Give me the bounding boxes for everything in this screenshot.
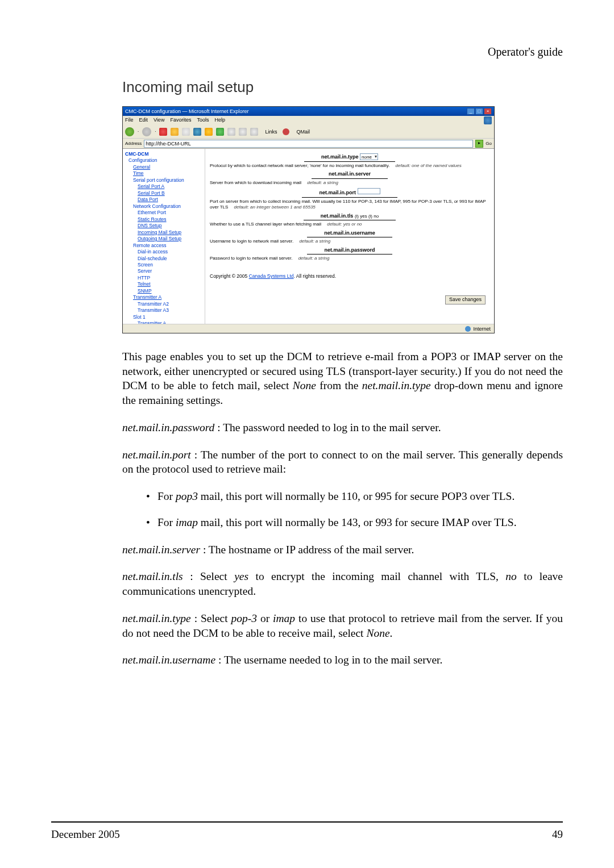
menu-tools[interactable]: Tools	[197, 117, 209, 124]
favorites-icon[interactable]	[205, 128, 213, 136]
footer-date: December 2005	[51, 828, 120, 841]
copyright-line: Copyright © 2005 Canada Systems Ltd. All…	[210, 273, 489, 279]
sidebar-item[interactable]: Serial port configuration	[125, 177, 204, 183]
setting-description: Whether to use a TLS channel layer when …	[210, 222, 489, 227]
close-icon[interactable]: ×	[484, 108, 492, 115]
sidebar-item[interactable]: Screen	[125, 262, 204, 268]
sidebar-item[interactable]: Dial-in access	[125, 249, 204, 255]
sidebar-item[interactable]: Network Configuration	[125, 203, 204, 210]
sidebar-item[interactable]: Configuration	[125, 157, 204, 164]
sidebar-item[interactable]: Time	[125, 170, 204, 177]
content-area: CMC-DCMConfigurationGeneralTimeSerial po…	[123, 149, 494, 324]
sidebar-item[interactable]: HTTP	[125, 275, 204, 281]
sidebar-item[interactable]: Dial-schedule	[125, 256, 204, 262]
sidebar-item[interactable]: Serial Port B	[125, 190, 204, 197]
text: mail, this port will normally be 110, or…	[198, 490, 515, 502]
sidebar-item[interactable]: CMC-DCM	[125, 151, 204, 157]
sidebar-item[interactable]: Incoming Mail Setup	[125, 229, 204, 236]
list-item: For imap mail, this port will normally b…	[146, 515, 563, 530]
text-em: None	[293, 379, 316, 391]
text: : The hostname or IP address of the mail…	[200, 544, 414, 556]
back-sep: ·	[138, 129, 139, 134]
mail-icon[interactable]	[227, 128, 235, 136]
toolbar-qmail[interactable]: QMail	[296, 129, 310, 135]
sidebar-item[interactable]: Outgoing Mail Setup	[125, 236, 204, 242]
status-zone: Internet	[473, 326, 491, 332]
text: to encrypt the incoming mail channel wit…	[248, 570, 505, 582]
print-icon[interactable]	[239, 128, 247, 136]
zone-icon	[465, 326, 471, 332]
menu-view[interactable]: View	[154, 117, 164, 124]
main-content: net.mail.in.type noneProtocol by which t…	[205, 149, 494, 324]
text-em: net.mail.in.username	[122, 654, 215, 666]
toolbar-links-label[interactable]: Links	[265, 129, 277, 135]
menu-favorites[interactable]: Favorites	[170, 117, 191, 124]
copyright-link[interactable]: Canada Systems Ltd	[249, 273, 294, 279]
go-button[interactable]: ▸	[475, 140, 483, 148]
sidebar-item[interactable]: Serial Port A	[125, 183, 204, 190]
setting-description: Server from which to download incoming m…	[210, 180, 489, 186]
edit-icon[interactable]	[250, 128, 258, 136]
save-button[interactable]: Save changes	[445, 295, 486, 304]
footer-rule	[51, 821, 563, 823]
menubar: File Edit View Favorites Tools Help	[123, 116, 494, 125]
fwd-sep: ·	[155, 129, 156, 134]
type-select[interactable]: none	[360, 153, 378, 160]
setting-description: Password to login to network mail server…	[210, 256, 489, 261]
menu-help[interactable]: Help	[214, 117, 225, 124]
address-input[interactable]: http://the-DCM-URL	[144, 140, 473, 148]
refresh-icon[interactable]	[171, 128, 179, 136]
text-em: net.mail.in.server	[122, 544, 200, 556]
text: .	[390, 627, 393, 639]
tls-paragraph: net.mail.in.tls : Select yes to encrypt …	[122, 569, 563, 598]
text-em: yes	[234, 570, 248, 582]
sidebar-item[interactable]: General	[125, 164, 204, 170]
text-em: net.mail.in.type	[362, 379, 431, 391]
page-footer: December 2005 49	[51, 828, 563, 841]
sidebar-item[interactable]: Transmitter A	[125, 294, 204, 301]
sidebar-item[interactable]: Static Routes	[125, 216, 204, 223]
setting-label: net.mail.in.server	[210, 171, 489, 179]
sidebar-item[interactable]: Ethernet Port	[125, 210, 204, 216]
list-item: For pop3 mail, this port will normally b…	[146, 489, 563, 504]
back-icon[interactable]	[125, 127, 134, 136]
sidebar-item[interactable]: SNMP	[125, 288, 204, 294]
stop-icon[interactable]	[159, 128, 167, 136]
forward-icon[interactable]	[142, 127, 151, 136]
setting-description: Username to login to network mail server…	[210, 239, 489, 244]
sidebar-item[interactable]: Server	[125, 268, 204, 274]
sidebar-item[interactable]: Data Port	[125, 197, 204, 203]
sidebar-item[interactable]: Transmitter A2	[125, 301, 204, 307]
text-em: net.mail.in.password	[122, 422, 214, 433]
sidebar-item[interactable]: DNS Setup	[125, 223, 204, 229]
home-icon[interactable]	[182, 128, 190, 136]
text-em: net.mail.in.port	[122, 449, 191, 461]
footer-page-number: 49	[552, 828, 563, 841]
sidebar-item[interactable]: Telnet	[125, 281, 204, 287]
history-icon[interactable]	[216, 128, 224, 136]
browser-screenshot: CMC-DCM configuration — Microsoft Intern…	[122, 106, 495, 333]
port-list: For pop3 mail, this port will normally b…	[146, 489, 563, 529]
text: For	[157, 490, 176, 502]
sidebar-item[interactable]: Slot 1	[125, 314, 204, 320]
sidebar-item[interactable]: Remote access	[125, 243, 204, 249]
port-input[interactable]	[358, 188, 380, 194]
text-em: imap	[273, 612, 295, 624]
text: or	[257, 612, 273, 624]
address-bar: Address http://the-DCM-URL ▸ Go	[123, 139, 494, 149]
menu-edit[interactable]: Edit	[139, 117, 148, 124]
setting-label: net.mail.in.username	[210, 230, 489, 238]
setting-label: net.mail.in.port	[210, 188, 489, 198]
search-icon[interactable]	[193, 128, 201, 136]
minimize-icon[interactable]: _	[467, 108, 475, 115]
text-em: None	[366, 627, 389, 639]
page-header-right: Operator's guide	[122, 45, 563, 59]
sidebar-item[interactable]: Transmitter A3	[125, 307, 204, 314]
username-paragraph: net.mail.in.username : The username need…	[122, 653, 563, 667]
titlebar-buttons: _ □ ×	[467, 108, 492, 115]
menu-file[interactable]: File	[125, 117, 134, 124]
address-label: Address	[125, 141, 142, 146]
window-title: CMC-DCM configuration — Microsoft Intern…	[125, 108, 249, 114]
maximize-icon[interactable]: □	[475, 108, 483, 115]
text: : The password needed to log in to the m…	[214, 422, 441, 433]
